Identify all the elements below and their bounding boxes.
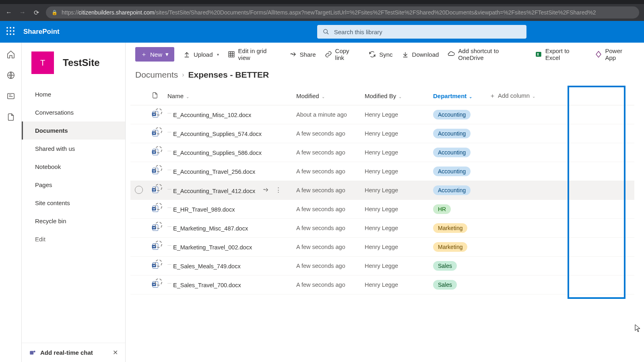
row-select[interactable] <box>130 181 147 200</box>
row-select[interactable] <box>130 124 147 143</box>
home-icon[interactable] <box>6 50 15 59</box>
modified-value: A few seconds ago <box>292 257 361 276</box>
table-row[interactable]: ⋯E_Sales_Travel_700.docx A few seconds a… <box>130 276 634 294</box>
file-name[interactable]: ⋯E_Sales_Travel_700.docx <box>163 276 292 294</box>
row-select[interactable] <box>130 219 147 238</box>
modified-by-value[interactable]: Henry Legge <box>361 124 429 143</box>
modified-column[interactable]: Modified⌄ <box>292 87 361 105</box>
row-select[interactable] <box>130 276 147 294</box>
globe-icon[interactable] <box>6 71 15 80</box>
promo-text[interactable]: Add real-time chat <box>40 349 93 356</box>
name-column[interactable]: Name⌄ <box>163 87 292 105</box>
reload-button[interactable]: ⟳ <box>32 8 40 16</box>
news-icon[interactable] <box>6 92 15 101</box>
address-bar[interactable]: 🔒 https://citizenbuilders.sharepoint.com… <box>46 6 639 19</box>
modified-by-value[interactable]: Henry Legge <box>361 257 429 276</box>
row-select[interactable] <box>130 200 147 219</box>
file-name[interactable]: ⋯E_Accounting_Travel_412.docx⋮ <box>163 181 292 200</box>
file-type-icon <box>147 105 163 124</box>
row-select[interactable] <box>130 105 147 124</box>
site-tile[interactable]: T <box>31 51 54 74</box>
sidebar-item-notebook[interactable]: Notebook <box>22 158 125 176</box>
download-button[interactable]: Download <box>402 51 439 58</box>
sidebar-item-conversations[interactable]: Conversations <box>22 103 125 121</box>
sync-button[interactable]: Sync <box>369 51 392 58</box>
sidebar-item-home[interactable]: Home <box>22 85 125 103</box>
breadcrumb-root[interactable]: Documents <box>135 70 178 80</box>
table-row[interactable]: ⋯E_Sales_Meals_749.docx A few seconds ag… <box>130 257 634 276</box>
modified-by-column[interactable]: Modified By⌄ <box>361 87 429 105</box>
modified-by-value[interactable]: Henry Legge <box>361 105 429 124</box>
upload-button[interactable]: Upload ▾ <box>183 51 219 58</box>
share-icon <box>289 51 297 58</box>
sidebar-edit-link[interactable]: Edit <box>22 230 125 248</box>
word-doc-icon <box>151 129 159 137</box>
copy-link-button[interactable]: Copy link <box>325 47 360 61</box>
modified-value: A few seconds ago <box>292 219 361 238</box>
sidebar-item-documents[interactable]: Documents <box>22 121 125 140</box>
table-row[interactable]: ⋯E_Accounting_Travel_256.docx A few seco… <box>130 162 634 181</box>
row-select[interactable] <box>130 162 147 181</box>
table-row[interactable]: ⋯E_Accounting_Misc_102.docx About a minu… <box>130 105 634 124</box>
new-button[interactable]: ＋ New ▾ <box>135 47 174 62</box>
grid-icon <box>228 51 235 58</box>
file-type-icon <box>147 181 163 200</box>
file-name[interactable]: ⋯E_Accounting_Supplies_586.docx <box>163 143 292 162</box>
modified-by-value[interactable]: Henry Legge <box>361 162 429 181</box>
file-name[interactable]: ⋯E_Sales_Meals_749.docx <box>163 257 292 276</box>
power-apps-button[interactable]: Power App <box>595 47 635 61</box>
file-name[interactable]: ⋯E_HR_Travel_989.docx <box>163 200 292 219</box>
sharepoint-logo[interactable]: SharePoint <box>23 28 60 36</box>
upload-icon <box>183 51 190 58</box>
site-title[interactable]: TestSite <box>63 57 100 68</box>
file-name[interactable]: ⋯E_Accounting_Supplies_574.docx <box>163 124 292 143</box>
sidebar-item-pages[interactable]: Pages <box>22 176 125 194</box>
table-row[interactable]: ⋯E_Marketing_Travel_002.docx A few secon… <box>130 238 634 257</box>
breadcrumb: Documents › Expenses - BETTER <box>126 66 644 87</box>
share-icon[interactable] <box>262 187 269 194</box>
file-type-icon <box>147 143 163 162</box>
file-type-icon <box>147 257 163 276</box>
app-launcher-icon[interactable] <box>6 26 15 38</box>
file-type-icon <box>147 276 163 294</box>
close-icon[interactable]: ✕ <box>113 349 118 356</box>
table-row[interactable]: ⋯E_Accounting_Travel_412.docx⋮ A few sec… <box>130 181 634 200</box>
table-row[interactable]: ⋯E_Accounting_Supplies_574.docx A few se… <box>130 124 634 143</box>
row-select[interactable] <box>130 257 147 276</box>
sidebar-item-shared[interactable]: Shared with us <box>22 140 125 158</box>
word-doc-icon <box>151 224 159 232</box>
file-name[interactable]: ⋯E_Accounting_Misc_102.docx <box>163 105 292 124</box>
sidebar-item-recycle[interactable]: Recycle bin <box>22 212 125 230</box>
forward-button[interactable]: → <box>19 8 27 16</box>
edit-grid-button[interactable]: Edit in grid view <box>228 47 281 61</box>
table-row[interactable]: ⋯E_Marketing_Misc_487.docx A few seconds… <box>130 219 634 238</box>
row-select[interactable] <box>130 143 147 162</box>
modified-by-value[interactable]: Henry Legge <box>361 238 429 257</box>
file-name[interactable]: ⋯E_Accounting_Travel_256.docx <box>163 162 292 181</box>
export-excel-button[interactable]: Export to Excel <box>535 47 586 61</box>
modified-by-value[interactable]: Henry Legge <box>361 219 429 238</box>
modified-by-value[interactable]: Henry Legge <box>361 181 429 200</box>
table-row[interactable]: ⋯E_HR_Travel_989.docx A few seconds ago … <box>130 200 634 219</box>
search-box[interactable]: Search this library <box>317 25 526 39</box>
department-column[interactable]: Department⌄ <box>429 87 485 105</box>
table-row[interactable]: ⋯E_Accounting_Supplies_586.docx A few se… <box>130 143 634 162</box>
add-column[interactable]: ＋Add column⌄ <box>485 87 634 105</box>
svg-point-9 <box>324 29 327 33</box>
file-name[interactable]: ⋯E_Marketing_Misc_487.docx <box>163 219 292 238</box>
file-name[interactable]: ⋯E_Marketing_Travel_002.docx <box>163 238 292 257</box>
modified-by-value[interactable]: Henry Legge <box>361 200 429 219</box>
modified-by-value[interactable]: Henry Legge <box>361 143 429 162</box>
chevron-down-icon: ▾ <box>217 52 219 57</box>
word-doc-icon <box>151 186 159 194</box>
files-icon[interactable] <box>6 113 15 121</box>
svg-point-40 <box>155 203 162 210</box>
sidebar-item-contents[interactable]: Site contents <box>22 194 125 212</box>
more-icon[interactable]: ⋮ <box>275 187 281 194</box>
shortcut-button[interactable]: Add shortcut to OneDrive <box>448 47 526 61</box>
modified-by-value[interactable]: Henry Legge <box>361 276 429 294</box>
back-button[interactable]: ← <box>5 8 13 16</box>
row-select[interactable] <box>130 238 147 257</box>
select-all-column[interactable] <box>130 87 147 105</box>
share-button[interactable]: Share <box>289 51 316 58</box>
